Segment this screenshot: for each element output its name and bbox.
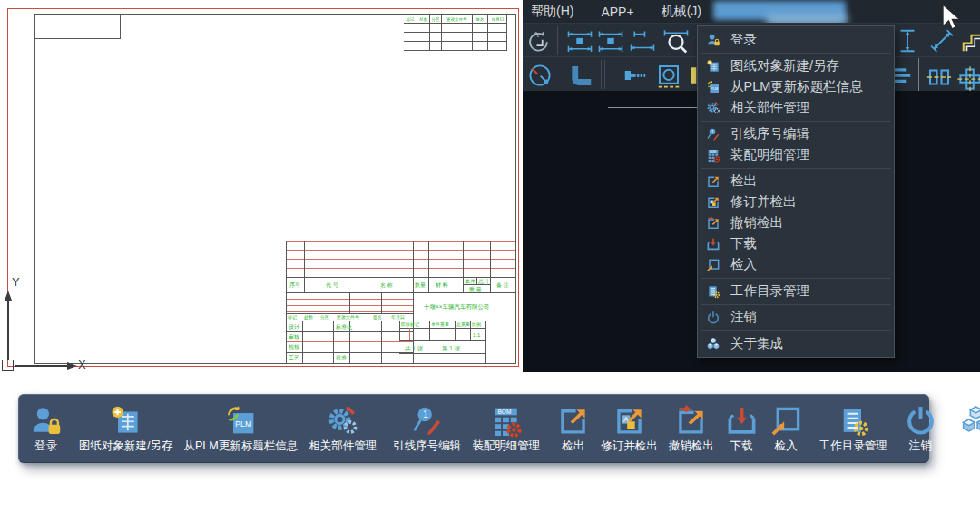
sheet-number: 第 1 张 <box>442 346 460 352</box>
menu-item-revise-checkout[interactable]: 修订并检出 <box>698 192 894 212</box>
work-directory-icon <box>706 284 720 299</box>
sig-row-label: 校核 <box>289 344 299 350</box>
partlist-header: 备 注 <box>496 282 509 288</box>
toolbar-button-label: 装配明细管理 <box>472 439 540 454</box>
sig-header: 年月日 <box>391 315 405 320</box>
leader-number-edit-icon <box>410 404 444 438</box>
menu-item-label: 登录 <box>730 31 757 48</box>
checkin-icon <box>769 404 803 438</box>
logout-icon <box>904 404 937 438</box>
revise-checkout-icon <box>706 195 720 210</box>
ucs-x-label: X <box>78 358 86 371</box>
menu-item-logout[interactable]: 注销 <box>698 307 894 328</box>
menu-item-about-integration[interactable]: 关于集成 <box>698 333 894 354</box>
menu-item-label: 工作目录管理 <box>730 282 809 300</box>
about-integration-icon <box>959 404 980 438</box>
revision-header: 标记 <box>407 16 415 21</box>
drawing-sheet[interactable]: 标记 处数 分区 更改文件号 签名 年月日 <box>0 0 523 372</box>
ucs-y-axis <box>7 300 9 360</box>
revise-checkout-icon <box>612 404 646 438</box>
toolbar-button-plm-refresh[interactable]: 从PLM更新标题栏信息 <box>178 398 303 459</box>
partlist-header: 序号 <box>289 282 300 288</box>
toolbar-button-label: 相关部件管理 <box>309 439 377 454</box>
bom-manage-icon <box>706 148 720 163</box>
toolbar-button-about-integration[interactable]: 关于集成 <box>948 398 980 459</box>
bolt-icon[interactable] <box>622 62 649 89</box>
plm-refresh-icon <box>224 404 258 438</box>
menu-item-label: 装配明细管理 <box>730 146 809 163</box>
toolbar-button-login[interactable]: 登录 <box>24 398 68 459</box>
dim-continue-icon[interactable] <box>597 27 624 54</box>
stage-header: 比例 <box>472 322 481 327</box>
menu-item-leader-number-edit[interactable]: 引线序号编辑 <box>698 123 894 144</box>
toolbar-button-label: 引线序号编辑 <box>393 439 461 454</box>
sig-header: 签名 <box>373 315 382 320</box>
coupling-icon[interactable] <box>956 65 980 93</box>
text-rotate-icon[interactable] <box>525 27 553 54</box>
mouse-cursor <box>940 3 967 32</box>
menu-help[interactable]: 帮助(H) <box>531 4 573 20</box>
integration-toolbar: 登录 图纸对象新建/另存 从PLM更新标题栏信息 相关部件管理 引线序号编辑 装… <box>18 394 929 463</box>
toolbar-button-drawing-new-save[interactable]: 图纸对象新建/另存 <box>74 398 178 459</box>
radius-dim-icon[interactable] <box>526 62 554 89</box>
toolbar-button-download[interactable]: 下载 <box>720 398 764 459</box>
revision-header: 更改文件号 <box>446 16 467 21</box>
toolbar-button-checkout[interactable]: 检出 <box>551 398 595 459</box>
toolbar-button-revise-checkout[interactable]: 修订并检出 <box>595 398 663 459</box>
partlist-header: 代 号 <box>326 282 338 288</box>
ucs-x-arrowhead <box>67 362 77 370</box>
frame-corner-block <box>34 14 121 39</box>
toolbar-button-logout[interactable]: 注销 <box>898 398 943 459</box>
dim-vertical-icon[interactable] <box>894 27 921 54</box>
menu-item-bom-manage[interactable]: 装配明细管理 <box>698 144 894 165</box>
menu-mechanical[interactable]: 机械(J) <box>662 4 701 20</box>
toolbar-button-undo-checkout[interactable]: 撤销检出 <box>663 398 720 459</box>
toolbar-button-work-directory[interactable]: 工作目录管理 <box>814 398 893 459</box>
revision-header: 年月日 <box>491 16 504 21</box>
toolbar-button-label: 撤销检出 <box>669 439 714 454</box>
dim-baseline-icon[interactable] <box>566 27 593 54</box>
toolbar-button-related-parts[interactable]: 相关部件管理 <box>303 398 382 459</box>
menu-item-drawing-new-save[interactable]: 图纸对象新建/另存 <box>698 55 894 76</box>
toolbar-button-bom-manage[interactable]: 装配明细管理 <box>466 398 545 459</box>
sig-row-label: 设计 <box>289 324 299 330</box>
partlist-header: 数量 <box>415 282 426 288</box>
menu-item-undo-checkout[interactable]: 撤销检出 <box>698 212 894 233</box>
menu-item-work-directory[interactable]: 工作目录管理 <box>698 281 894 301</box>
dim-inspect-icon[interactable] <box>662 27 690 54</box>
corner-icon[interactable] <box>567 62 594 89</box>
menu-item-login[interactable]: 登录 <box>698 29 894 50</box>
toolbar-button-checkin[interactable]: 检入 <box>764 398 808 459</box>
sig-header: 标记 <box>288 315 297 320</box>
checkout-icon <box>556 404 590 438</box>
ucs-origin-box <box>2 360 14 371</box>
menu-item-download[interactable]: 下载 <box>698 233 894 254</box>
stage-header: 阶段标记 <box>401 322 419 327</box>
stage-header: 总重量 <box>456 322 470 327</box>
menu-app-plus[interactable]: APP+ <box>601 5 633 19</box>
ucs-x-axis <box>15 365 69 367</box>
about-integration-icon <box>706 337 720 351</box>
toolbar-button-label: 检出 <box>562 439 584 454</box>
menu-item-checkin[interactable]: 检入 <box>698 254 894 275</box>
bom-manage-icon <box>489 404 523 438</box>
menu-item-plm-refresh[interactable]: 从PLM更新标题栏信息 <box>698 76 894 97</box>
menu-item-label: 修订并检出 <box>730 193 797 211</box>
flange-icon[interactable] <box>926 64 953 91</box>
menu-item-related-parts[interactable]: 相关部件管理 <box>698 97 894 118</box>
menu-item-label: 引线序号编辑 <box>730 125 809 143</box>
sig-header: 处数 <box>304 315 313 320</box>
bearing-icon[interactable] <box>655 62 682 89</box>
sig-header: 分区 <box>320 315 329 320</box>
toolbar-separator <box>601 60 602 89</box>
leader-number-edit-icon <box>706 127 720 142</box>
menu-item-label: 图纸对象新建/另存 <box>730 57 839 74</box>
integration-dropdown-menu: 登录 图纸对象新建/另存 从PLM更新标题栏信息 相关部件管理 引线序号编辑 装… <box>697 25 895 358</box>
menu-item-checkout[interactable]: 检出 <box>698 171 894 192</box>
related-parts-icon <box>706 101 720 115</box>
partlist-header: 总计 <box>478 279 489 284</box>
menu-separator <box>698 275 894 281</box>
dim-linear-icon[interactable] <box>629 27 656 54</box>
sig-row-label: 标准化 <box>336 324 352 330</box>
toolbar-button-leader-number-edit[interactable]: 引线序号编辑 <box>387 398 466 459</box>
